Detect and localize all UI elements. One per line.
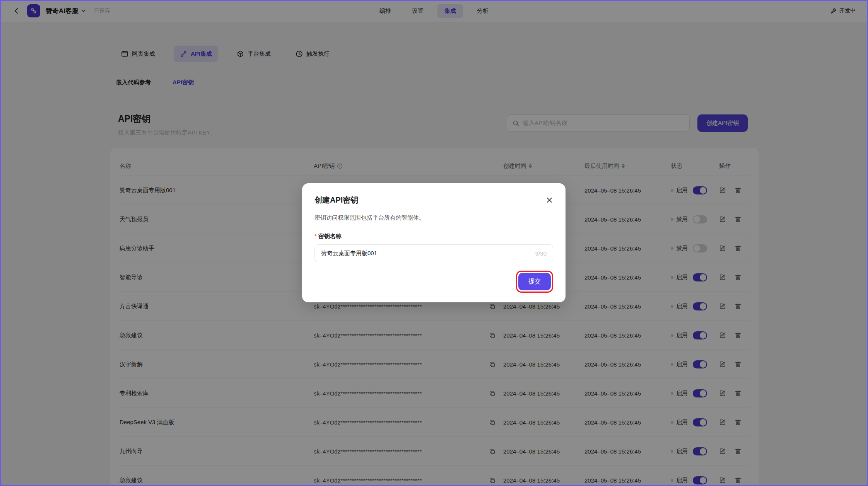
modal-title: 创建API密钥 xyxy=(314,195,358,205)
key-name-input[interactable]: 赞奇云桌面专用版001 9/30 xyxy=(314,244,553,262)
submit-button[interactable]: 提交 xyxy=(518,273,551,290)
char-counter: 9/30 xyxy=(535,250,547,257)
modal-description: 密钥访问权限范围包括平台所有的智能体。 xyxy=(314,214,553,222)
create-api-key-modal: 创建API密钥 密钥访问权限范围包括平台所有的智能体。 *密钥名称 赞奇云桌面专… xyxy=(302,183,566,302)
close-icon[interactable] xyxy=(546,196,553,204)
key-name-value: 赞奇云桌面专用版001 xyxy=(321,250,377,257)
app-window: 赞奇AI客服 已保存 编排 设置 集成 分析 开发中 网页集成 xyxy=(0,0,868,486)
annotation-highlight-ring: 提交 xyxy=(516,271,553,293)
field-label: *密钥名称 xyxy=(314,233,553,240)
required-asterisk: * xyxy=(314,233,317,239)
